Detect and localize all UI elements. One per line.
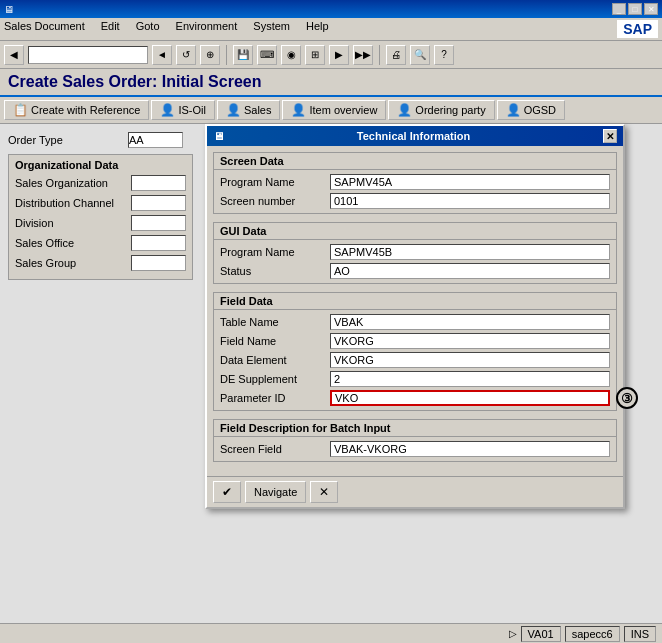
gui-program-name-value: SAPMV45B — [330, 244, 610, 260]
data-element-value: VKORG — [330, 352, 610, 368]
shortcut-button[interactable]: ⌨ — [257, 45, 277, 65]
screen-program-name-row: Program Name SAPMV45A — [220, 174, 610, 190]
tab-ogsd-label: OGSD — [524, 104, 556, 116]
ordering-party-icon: 👤 — [397, 103, 412, 117]
menu-system[interactable]: System — [253, 20, 290, 38]
screen-program-name-label: Program Name — [220, 176, 330, 188]
ogsd-icon: 👤 — [506, 103, 521, 117]
gui-data-title: GUI Data — [214, 223, 616, 240]
gui-data-section: GUI Data Program Name SAPMV45B Status AO — [213, 222, 617, 284]
tab-ogsd[interactable]: 👤 OGSD — [497, 100, 565, 120]
confirm-icon: ✔ — [222, 485, 232, 499]
page-title: Create Sales Order: Initial Screen — [0, 69, 662, 97]
sales-org-label: Sales Organization — [15, 177, 131, 189]
nav-button1[interactable]: ⊕ — [200, 45, 220, 65]
division-input[interactable] — [131, 215, 186, 231]
menu-edit[interactable]: Edit — [101, 20, 120, 38]
table-name-value: VBAK — [330, 314, 610, 330]
field-data-section: Field Data Table Name VBAK Field Name VK… — [213, 292, 617, 411]
status-mode: INS — [624, 626, 656, 642]
menu-environment[interactable]: Environment — [176, 20, 238, 38]
dialog-overlay: 🖥 Technical Information ✕ Screen Data Pr… — [185, 124, 662, 288]
minimize-button[interactable]: _ — [612, 3, 626, 15]
tab-item-overview[interactable]: 👤 Item overview — [282, 100, 386, 120]
dist-channel-input[interactable] — [131, 195, 186, 211]
back-button[interactable]: ◀ — [4, 45, 24, 65]
tab-ordering-party[interactable]: 👤 Ordering party — [388, 100, 494, 120]
navigate-button[interactable]: Navigate — [245, 481, 306, 503]
find-button[interactable]: 🔍 — [410, 45, 430, 65]
parameter-id-label: Parameter ID — [220, 392, 330, 404]
print-button[interactable]: 🖨 — [386, 45, 406, 65]
title-bar: 🖥 _ □ ✕ — [0, 0, 662, 18]
prev-button[interactable]: ◄ — [152, 45, 172, 65]
screen-field-value: VBAK-VKORG — [330, 441, 610, 457]
toolbar-btn3[interactable]: ◉ — [281, 45, 301, 65]
tab-is-oil[interactable]: 👤 IS-Oil — [151, 100, 215, 120]
screen-field-row: Screen Field VBAK-VKORG — [220, 441, 610, 457]
sales-office-label: Sales Office — [15, 237, 131, 249]
batch-input-section: Field Description for Batch Input Screen… — [213, 419, 617, 462]
maximize-button[interactable]: □ — [628, 3, 642, 15]
refresh-button[interactable]: ↺ — [176, 45, 196, 65]
tab-ordering-party-label: Ordering party — [415, 104, 485, 116]
cancel-icon: ✕ — [319, 485, 329, 499]
toolbar-btn6[interactable]: ▶▶ — [353, 45, 373, 65]
save-button[interactable]: 💾 — [233, 45, 253, 65]
sales-group-label: Sales Group — [15, 257, 131, 269]
de-supplement-value: 2 — [330, 371, 610, 387]
division-row: Division — [15, 215, 186, 231]
command-input[interactable] — [28, 46, 148, 64]
create-reference-icon: 📋 — [13, 103, 28, 117]
tab-is-oil-label: IS-Oil — [178, 104, 206, 116]
close-button[interactable]: ✕ — [644, 3, 658, 15]
screen-data-title: Screen Data — [214, 153, 616, 170]
sales-org-input[interactable] — [131, 175, 186, 191]
status-transaction: VA01 — [521, 626, 561, 642]
tab-create-with-reference[interactable]: 📋 Create with Reference — [4, 100, 149, 120]
toolbar-btn4[interactable]: ⊞ — [305, 45, 325, 65]
technical-info-dialog: 🖥 Technical Information ✕ Screen Data Pr… — [205, 124, 625, 509]
dist-channel-label: Distribution Channel — [15, 197, 131, 209]
field-name-label: Field Name — [220, 335, 330, 347]
screen-data-content: Program Name SAPMV45A Screen number 0101 — [214, 170, 616, 213]
screen-number-row: Screen number 0101 — [220, 193, 610, 209]
cancel-footer-button[interactable]: ✕ — [310, 481, 338, 503]
menu-goto[interactable]: Goto — [136, 20, 160, 38]
field-data-title: Field Data — [214, 293, 616, 310]
sales-office-input[interactable] — [131, 235, 186, 251]
parameter-id-value: VKO — [330, 390, 610, 406]
title-bar-controls[interactable]: _ □ ✕ — [612, 3, 658, 15]
menu-sales-document[interactable]: Sales Document — [4, 20, 85, 38]
toolbar: ◀ ◄ ↺ ⊕ 💾 ⌨ ◉ ⊞ ▶ ▶▶ 🖨 🔍 ? — [0, 41, 662, 69]
confirm-button[interactable]: ✔ — [213, 481, 241, 503]
sales-group-row: Sales Group — [15, 255, 186, 271]
navigate-label: Navigate — [254, 486, 297, 498]
dialog-title-icon: 🖥 — [213, 130, 224, 142]
data-element-label: Data Element — [220, 354, 330, 366]
field-name-value: VKORG — [330, 333, 610, 349]
tab-sales[interactable]: 👤 Sales — [217, 100, 281, 120]
gui-status-label: Status — [220, 265, 330, 277]
dialog-titlebar[interactable]: 🖥 Technical Information ✕ — [207, 126, 623, 146]
de-supplement-label: DE Supplement — [220, 373, 330, 385]
sales-group-input[interactable] — [131, 255, 186, 271]
toolbar-sep2 — [379, 45, 380, 65]
field-data-content: Table Name VBAK Field Name VKORG Data El… — [214, 310, 616, 410]
dialog-title: Technical Information — [357, 130, 470, 142]
toolbar-btn5[interactable]: ▶ — [329, 45, 349, 65]
menu-help[interactable]: Help — [306, 20, 329, 38]
sap-logo: SAP — [617, 20, 658, 38]
dialog-close-button[interactable]: ✕ — [603, 129, 617, 143]
screen-data-section: Screen Data Program Name SAPMV45A Screen… — [213, 152, 617, 214]
annotation-3: ③ — [616, 387, 638, 409]
title-bar-left: 🖥 — [4, 4, 14, 15]
division-label: Division — [15, 217, 131, 229]
order-type-input[interactable] — [128, 132, 183, 148]
status-triangle: ▷ — [509, 628, 517, 639]
parameter-id-row: Parameter ID VKO ③ — [220, 390, 610, 406]
gui-status-value: AO — [330, 263, 610, 279]
help-btn[interactable]: ? — [434, 45, 454, 65]
tab-create-reference-label: Create with Reference — [31, 104, 140, 116]
field-name-row: Field Name VKORG — [220, 333, 610, 349]
